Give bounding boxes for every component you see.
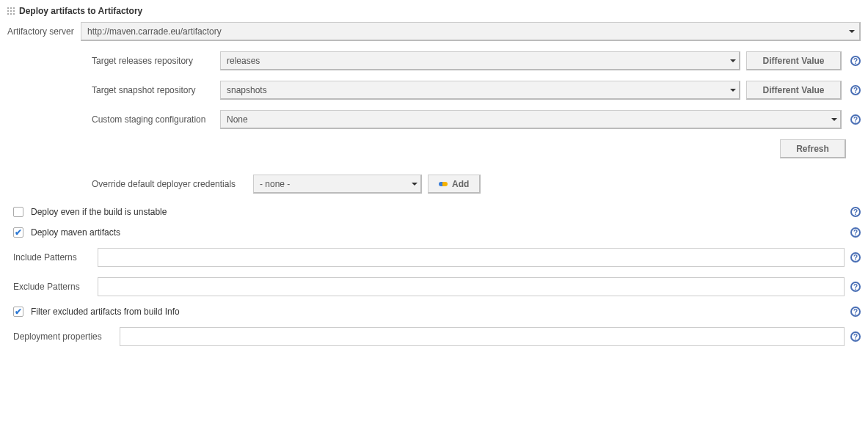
help-icon[interactable]: ? <box>850 114 861 125</box>
deployment-properties-input[interactable] <box>120 327 845 346</box>
include-patterns-input[interactable] <box>98 248 845 267</box>
target-snapshot-select[interactable]: snapshots <box>220 81 740 100</box>
deploy-maven-label: Deploy maven artifacts <box>31 227 120 238</box>
label-artifactory-server: Artifactory server <box>7 26 81 37</box>
help-icon[interactable]: ? <box>850 252 861 263</box>
refresh-button[interactable]: Refresh <box>780 139 846 158</box>
section-header: Deploy artifacts to Artifactory <box>7 6 861 16</box>
artifactory-server-select[interactable]: http://maven.carrade.eu/artifactory <box>81 22 861 41</box>
help-icon[interactable]: ? <box>850 307 861 317</box>
filter-excluded-checkbox[interactable] <box>13 307 23 317</box>
custom-staging-select[interactable]: None <box>220 110 842 129</box>
help-icon[interactable]: ? <box>850 331 861 342</box>
help-icon[interactable]: ? <box>850 282 861 292</box>
label-target-releases: Target releases repository <box>7 56 220 66</box>
help-icon[interactable]: ? <box>850 227 861 238</box>
section-title: Deploy artifacts to Artifactory <box>19 6 142 16</box>
deploy-unstable-label: Deploy even if the build is unstable <box>31 207 167 217</box>
deploy-unstable-checkbox[interactable] <box>13 207 23 217</box>
label-custom-staging: Custom staging configuration <box>7 114 220 125</box>
help-icon[interactable]: ? <box>850 85 861 95</box>
deploy-maven-checkbox[interactable] <box>13 227 23 238</box>
drag-handle-icon[interactable] <box>7 7 15 15</box>
filter-excluded-label: Filter excluded artifacts from build Inf… <box>31 307 180 317</box>
exclude-patterns-input[interactable] <box>98 277 845 296</box>
label-include-patterns: Include Patterns <box>13 252 98 263</box>
help-icon[interactable]: ? <box>850 207 861 217</box>
key-icon <box>439 182 448 186</box>
label-deployment-properties: Deployment properties <box>13 331 120 342</box>
add-credentials-button[interactable]: Add <box>428 175 481 194</box>
credentials-select[interactable]: - none - <box>253 175 422 194</box>
label-exclude-patterns: Exclude Patterns <box>13 282 98 292</box>
target-releases-select[interactable]: releases <box>220 51 740 70</box>
label-target-snapshot: Target snapshot repository <box>7 85 220 95</box>
different-value-button-releases[interactable]: Different Value <box>746 51 842 70</box>
label-override-credentials: Override default deployer credentials <box>7 179 253 189</box>
different-value-button-snapshot[interactable]: Different Value <box>746 81 842 100</box>
help-icon[interactable]: ? <box>850 56 861 66</box>
